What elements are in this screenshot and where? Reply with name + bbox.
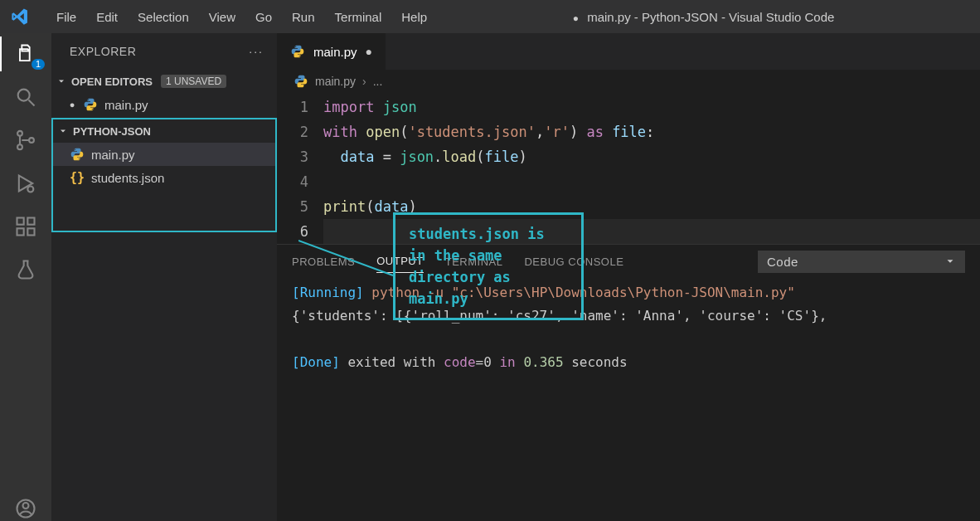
menu-file[interactable]: File: [46, 5, 86, 29]
open-editor-name: main.py: [104, 98, 148, 112]
svg-point-4: [29, 138, 34, 143]
svg-rect-8: [27, 228, 34, 235]
output-text: code: [444, 354, 476, 370]
menu-terminal[interactable]: Terminal: [325, 5, 392, 29]
line-number: 4: [277, 169, 308, 194]
python-file-icon: [290, 44, 305, 59]
run-debug-icon[interactable]: [13, 171, 38, 196]
menu-go[interactable]: Go: [245, 5, 282, 29]
svg-rect-6: [17, 218, 24, 225]
modified-indicator-icon: ●: [573, 12, 579, 24]
line-number: 5: [277, 194, 308, 219]
explorer-badge: 1: [32, 59, 45, 70]
editor-tab-main[interactable]: main.py ●: [277, 33, 386, 70]
open-editors-header[interactable]: OPEN EDITORS 1 UNSAVED: [51, 70, 277, 93]
project-section-highlight: PYTHON-JSON main.py {} students.json: [51, 118, 277, 232]
svg-rect-7: [17, 228, 24, 235]
code-token: 'students.json': [408, 124, 536, 140]
svg-point-0: [18, 90, 30, 101]
svg-point-2: [17, 131, 22, 136]
line-number: 3: [277, 144, 308, 169]
output-channel-select[interactable]: Code: [758, 251, 965, 273]
search-icon[interactable]: [13, 85, 38, 110]
output-text: exited with: [347, 354, 435, 370]
window-title-text: main.py - Python-JSON - Visual Studio Co…: [587, 10, 834, 24]
svg-rect-9: [27, 218, 34, 225]
menu-edit[interactable]: Edit: [86, 5, 128, 29]
code-token: file: [485, 149, 519, 165]
editor-pane: main.py ● main.py › ... 1 2 3 4 5 6 impo…: [277, 33, 980, 521]
code-content[interactable]: import json with open('students.json','r…: [323, 95, 980, 244]
chevron-down-icon: [58, 126, 70, 136]
code-token: import: [323, 99, 374, 115]
annotation-callout: students.json is in the same directory a…: [393, 212, 584, 320]
breadcrumb[interactable]: main.py › ...: [277, 70, 980, 93]
output-channel-label: Code: [767, 255, 798, 269]
python-file-icon: [294, 74, 308, 89]
testing-icon[interactable]: [13, 257, 38, 282]
code-token: as: [586, 124, 603, 140]
code-token: open: [366, 124, 400, 140]
svg-line-1: [29, 100, 35, 106]
svg-point-11: [23, 503, 29, 509]
explorer-icon[interactable]: 1: [13, 41, 38, 66]
panel-tab-bar: PROBLEMS OUTPUT TERMINAL DEBUG CONSOLE C…: [277, 245, 980, 278]
svg-point-3: [17, 144, 22, 149]
menu-view[interactable]: View: [199, 5, 245, 29]
file-name: main.py: [91, 148, 135, 162]
python-file-icon: [83, 97, 98, 112]
code-editor[interactable]: 1 2 3 4 5 6 import json with open('stude…: [277, 93, 980, 244]
code-token: print: [323, 198, 366, 215]
chevron-down-icon: [944, 256, 956, 267]
chevron-right-icon: ›: [362, 75, 366, 88]
line-number: 1: [277, 95, 308, 119]
activity-bar: 1: [0, 33, 51, 521]
source-control-icon[interactable]: [13, 128, 38, 153]
code-token: with: [323, 124, 357, 140]
breadcrumb-rest: ...: [373, 75, 383, 88]
menu-run[interactable]: Run: [282, 5, 325, 29]
code-token: file: [612, 124, 646, 140]
panel-tab-problems[interactable]: PROBLEMS: [292, 251, 355, 273]
sidebar-explorer: EXPLORER ··· OPEN EDITORS 1 UNSAVED ● ma…: [51, 33, 277, 521]
project-name: PYTHON-JSON: [73, 125, 151, 138]
vscode-logo-icon: [10, 7, 30, 27]
output-text: 0.365: [523, 354, 563, 370]
sidebar-more-icon[interactable]: ···: [249, 45, 264, 58]
menu-selection[interactable]: Selection: [128, 5, 199, 29]
breadcrumb-file: main.py: [315, 75, 356, 88]
python-file-icon: [70, 147, 85, 162]
menu-help[interactable]: Help: [391, 5, 437, 29]
file-item-students[interactable]: {} students.json: [53, 166, 275, 189]
line-number: 6: [277, 219, 308, 244]
bottom-panel: PROBLEMS OUTPUT TERMINAL DEBUG CONSOLE C…: [277, 244, 980, 410]
file-item-main[interactable]: main.py: [53, 143, 275, 166]
annotation-text: students.json is in the same directory a…: [409, 226, 545, 307]
code-token: load: [442, 149, 476, 165]
open-editor-item[interactable]: ● main.py: [51, 93, 277, 116]
modified-dot-icon: ●: [68, 100, 76, 110]
editor-tabs: main.py ●: [277, 33, 980, 70]
unsaved-badge: 1 UNSAVED: [161, 75, 226, 88]
sidebar-title: EXPLORER: [70, 45, 136, 58]
extensions-icon[interactable]: [13, 214, 38, 239]
output-body[interactable]: [Running] python -u "c:\Users\HP\Downloa…: [277, 278, 980, 377]
output-tag: [Done]: [292, 354, 340, 370]
code-token: json: [400, 149, 434, 165]
account-icon[interactable]: [13, 496, 38, 521]
output-text: =0: [476, 354, 492, 370]
output-text: seconds: [571, 354, 627, 370]
project-header[interactable]: PYTHON-JSON: [53, 119, 275, 143]
code-token: json: [383, 99, 417, 115]
title-bar: File Edit Selection View Go Run Terminal…: [0, 0, 980, 33]
chevron-down-icon: [56, 76, 68, 86]
open-editors-label: OPEN EDITORS: [71, 75, 153, 88]
json-file-icon: {}: [70, 170, 85, 185]
file-name: students.json: [91, 171, 164, 185]
line-number-gutter: 1 2 3 4 5 6: [277, 95, 323, 244]
output-tag: [Running]: [292, 285, 364, 300]
modified-dot-icon: ●: [366, 45, 372, 58]
window-title: ● main.py - Python-JSON - Visual Studio …: [573, 10, 835, 24]
tab-name: main.py: [313, 45, 357, 59]
output-text: in: [499, 354, 515, 370]
